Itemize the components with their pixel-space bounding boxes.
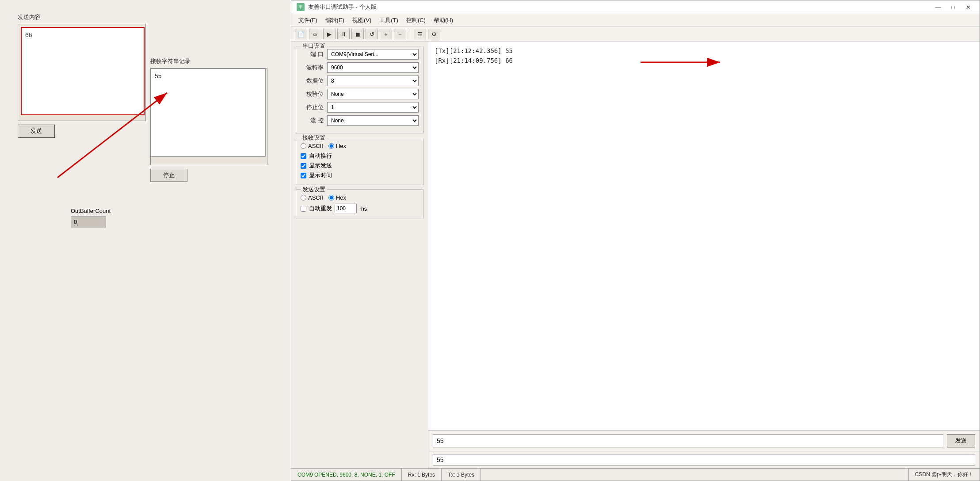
- send-settings-group: 发送设置 ASCII Hex 自动重发 ms: [296, 189, 423, 219]
- send-ascii-radio[interactable]: ASCII: [301, 194, 323, 201]
- left-panel: 发送内容 66 发送 接收字符串记录 55 停止 OutBufferCount: [0, 0, 292, 481]
- log-wrapper: [Tx][21:12:42.356] 55 [Rx][21:14:09.756]…: [428, 42, 980, 430]
- send-right-button[interactable]: 发送: [947, 434, 975, 447]
- flow-row: 流 控 None: [301, 115, 419, 126]
- auto-resend-checkbox[interactable]: [301, 206, 306, 212]
- status-bar: COM9 OPENED, 9600, 8, NONE, 1, OFF Rx: 1…: [291, 468, 980, 481]
- auto-resend-row: 自动重发 ms: [301, 203, 419, 214]
- serial-settings-title: 串口设置: [301, 42, 327, 50]
- auto-newline-label: 自动换行: [309, 152, 332, 160]
- show-time-checkbox[interactable]: [301, 173, 306, 178]
- outbuffer-input[interactable]: [71, 216, 106, 227]
- recv-hex-radio[interactable]: Hex: [328, 143, 346, 149]
- toolbar-play-btn[interactable]: ▶: [323, 29, 336, 39]
- baud-row: 波特率 9600: [301, 62, 419, 73]
- data-row: 数据位 8: [301, 76, 419, 86]
- send-input-field[interactable]: [433, 434, 943, 447]
- outbuffer-label: OutBufferCount: [71, 208, 111, 214]
- maximize-button[interactable]: □: [947, 3, 959, 11]
- toolbar-doc-btn[interactable]: 📄: [295, 29, 307, 39]
- stop-button[interactable]: 停止: [150, 169, 187, 182]
- toolbar-refresh-btn[interactable]: ↺: [366, 29, 378, 39]
- toolbar-minus-btn[interactable]: −: [394, 29, 406, 39]
- stop-select[interactable]: 1: [327, 102, 419, 113]
- auto-newline-checkbox[interactable]: [301, 153, 306, 159]
- menu-control[interactable]: 控制(C): [403, 15, 429, 26]
- port-select[interactable]: COM9(Virtual Seri...: [327, 49, 419, 60]
- toolbar-plus-btn[interactable]: +: [380, 29, 392, 39]
- config-panel: 串口设置 端 口 COM9(Virtual Seri... 波特率 9600 数…: [291, 42, 428, 468]
- flow-select[interactable]: None: [327, 115, 419, 126]
- flow-label: 流 控: [301, 117, 324, 125]
- menu-file[interactable]: 文件(F): [295, 15, 321, 26]
- recv-ascii-label: ASCII: [308, 143, 323, 149]
- send-button[interactable]: 发送: [18, 125, 55, 138]
- recv-format-radio: ASCII Hex: [301, 141, 419, 151]
- recv-area-wrapper: 接收字符串记录 55 停止: [150, 57, 267, 182]
- port-row: 端 口 COM9(Virtual Seri...: [301, 49, 419, 60]
- log-line-rx: [Rx][21:14:09.756] 66: [435, 56, 973, 65]
- resend-unit-label: ms: [359, 205, 367, 212]
- stop-row: 停止位 1: [301, 102, 419, 113]
- send-label: 发送内容: [18, 13, 274, 21]
- credit-status: CSDN @p-明天，你好！: [908, 469, 980, 481]
- menu-view[interactable]: 视图(V): [349, 15, 375, 26]
- recv-label: 接收字符串记录: [150, 57, 267, 65]
- recv-hex-label: Hex: [336, 143, 346, 149]
- main-content: 串口设置 端 口 COM9(Virtual Seri... 波特率 9600 数…: [291, 42, 980, 468]
- serial-settings-group: 串口设置 端 口 COM9(Virtual Seri... 波特率 9600 数…: [296, 46, 423, 133]
- parity-label: 校验位: [301, 90, 324, 98]
- toolbar-pause-btn[interactable]: ⏸: [337, 29, 350, 39]
- send-settings-title: 发送设置: [301, 186, 327, 193]
- toolbar-stop-btn[interactable]: ◼: [351, 29, 364, 39]
- send-hex-radio[interactable]: Hex: [328, 194, 346, 201]
- menu-help[interactable]: 帮助(H): [430, 15, 457, 26]
- data-select[interactable]: 8: [327, 76, 419, 86]
- recv-ascii-radio[interactable]: ASCII: [301, 143, 323, 149]
- show-send-checkbox[interactable]: [301, 163, 306, 169]
- send-format-radio: ASCII Hex: [301, 193, 419, 203]
- send-ascii-input[interactable]: [301, 195, 306, 201]
- send-ascii-label: ASCII: [308, 194, 323, 201]
- baud-label: 波特率: [301, 64, 324, 72]
- bottom-input-field[interactable]: [433, 454, 975, 466]
- show-send-row: 显示发送: [301, 161, 419, 170]
- resend-interval-input[interactable]: [335, 204, 357, 213]
- stop-label: 停止位: [301, 103, 324, 111]
- recv-box: 55: [151, 68, 266, 157]
- rx-status: Rx: 1 Bytes: [402, 469, 442, 481]
- log-line-tx: [Tx][21:12:42.356] 55: [435, 46, 973, 56]
- recv-outer: 55: [150, 68, 267, 165]
- recv-ascii-input[interactable]: [301, 143, 306, 149]
- toolbar: 📄 ∞ ▶ ⏸ ◼ ↺ + − ☰ ⚙: [291, 27, 980, 42]
- menu-tools[interactable]: 工具(T): [376, 15, 402, 26]
- toolbar-loop-btn[interactable]: ∞: [309, 29, 321, 39]
- minimize-button[interactable]: —: [932, 3, 944, 11]
- port-label: 端 口: [301, 50, 324, 58]
- toolbar-gear-btn[interactable]: ⚙: [428, 29, 440, 39]
- menu-edit[interactable]: 编辑(E): [322, 15, 348, 26]
- tx-status: Tx: 1 Bytes: [442, 469, 481, 481]
- window-title: 友善串口调试助手 - 个人版: [308, 3, 377, 11]
- bottom-input-area: [428, 451, 980, 468]
- menu-bar: 文件(F) 编辑(E) 视图(V) 工具(T) 控制(C) 帮助(H): [291, 14, 980, 27]
- data-display: [Tx][21:12:42.356] 55 [Rx][21:14:09.756]…: [428, 42, 980, 468]
- parity-select[interactable]: None: [327, 89, 419, 99]
- serial-window: 串 友善串口调试助手 - 个人版 — □ ✕ 文件(F) 编辑(E) 视图(V)…: [291, 0, 980, 481]
- baud-select[interactable]: 9600: [327, 62, 419, 73]
- send-input-area: 发送: [428, 430, 980, 451]
- toolbar-grid-btn[interactable]: ☰: [414, 29, 426, 39]
- recv-settings-title: 接收设置: [301, 134, 327, 142]
- send-hex-input[interactable]: [328, 195, 334, 201]
- outbuffer-section: OutBufferCount: [71, 208, 111, 227]
- title-bar: 串 友善串口调试助手 - 个人版 — □ ✕: [291, 0, 980, 14]
- send-content-box: 66: [21, 27, 145, 115]
- close-button[interactable]: ✕: [962, 3, 974, 11]
- toolbar-separator: [410, 29, 410, 39]
- log-area: [Tx][21:12:42.356] 55 [Rx][21:14:09.756]…: [428, 42, 980, 430]
- show-time-row: 显示时间: [301, 170, 419, 180]
- recv-hex-input[interactable]: [328, 143, 334, 149]
- send-hex-label: Hex: [336, 194, 346, 201]
- recv-value: 55: [155, 72, 162, 80]
- com-status: COM9 OPENED, 9600, 8, NONE, 1, OFF: [291, 469, 402, 481]
